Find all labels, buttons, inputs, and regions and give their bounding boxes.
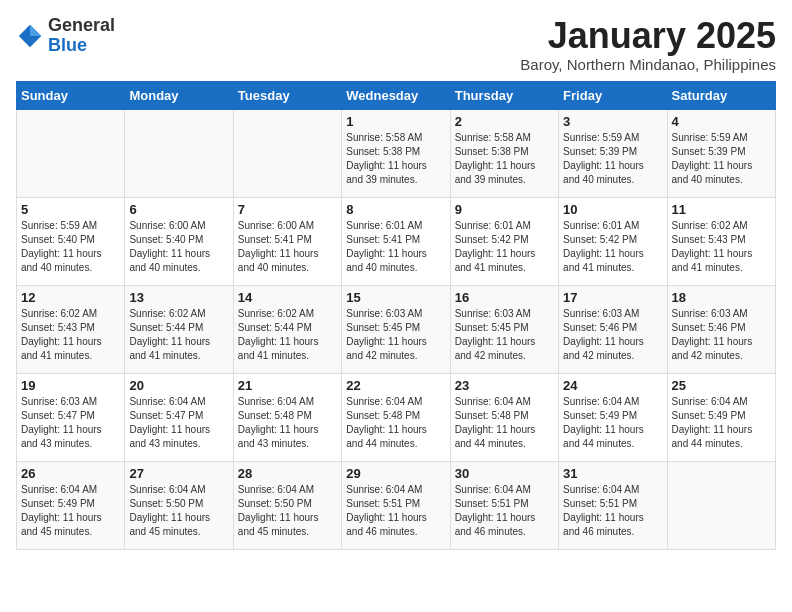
weekday-header-row: SundayMondayTuesdayWednesdayThursdayFrid…: [17, 81, 776, 109]
calendar-cell: 16Sunrise: 6:03 AM Sunset: 5:45 PM Dayli…: [450, 285, 558, 373]
day-info: Sunrise: 6:03 AM Sunset: 5:46 PM Dayligh…: [672, 307, 771, 363]
day-info: Sunrise: 5:58 AM Sunset: 5:38 PM Dayligh…: [346, 131, 445, 187]
day-number: 1: [346, 114, 445, 129]
calendar-cell: 20Sunrise: 6:04 AM Sunset: 5:47 PM Dayli…: [125, 373, 233, 461]
calendar-cell: 30Sunrise: 6:04 AM Sunset: 5:51 PM Dayli…: [450, 461, 558, 549]
calendar-cell: 14Sunrise: 6:02 AM Sunset: 5:44 PM Dayli…: [233, 285, 341, 373]
day-info: Sunrise: 6:02 AM Sunset: 5:44 PM Dayligh…: [129, 307, 228, 363]
calendar-week-row: 1Sunrise: 5:58 AM Sunset: 5:38 PM Daylig…: [17, 109, 776, 197]
day-number: 26: [21, 466, 120, 481]
calendar-cell: 2Sunrise: 5:58 AM Sunset: 5:38 PM Daylig…: [450, 109, 558, 197]
day-number: 4: [672, 114, 771, 129]
calendar-cell: 6Sunrise: 6:00 AM Sunset: 5:40 PM Daylig…: [125, 197, 233, 285]
month-title: January 2025: [520, 16, 776, 56]
calendar-cell: 29Sunrise: 6:04 AM Sunset: 5:51 PM Dayli…: [342, 461, 450, 549]
calendar-cell: 19Sunrise: 6:03 AM Sunset: 5:47 PM Dayli…: [17, 373, 125, 461]
logo-general-text: General: [48, 16, 115, 36]
day-number: 2: [455, 114, 554, 129]
day-info: Sunrise: 6:01 AM Sunset: 5:42 PM Dayligh…: [563, 219, 662, 275]
calendar-cell: 1Sunrise: 5:58 AM Sunset: 5:38 PM Daylig…: [342, 109, 450, 197]
calendar-cell: 13Sunrise: 6:02 AM Sunset: 5:44 PM Dayli…: [125, 285, 233, 373]
day-info: Sunrise: 6:03 AM Sunset: 5:46 PM Dayligh…: [563, 307, 662, 363]
day-number: 20: [129, 378, 228, 393]
day-info: Sunrise: 6:02 AM Sunset: 5:43 PM Dayligh…: [672, 219, 771, 275]
calendar-cell: [233, 109, 341, 197]
svg-marker-1: [30, 25, 41, 36]
weekday-header-monday: Monday: [125, 81, 233, 109]
day-number: 7: [238, 202, 337, 217]
day-info: Sunrise: 6:03 AM Sunset: 5:47 PM Dayligh…: [21, 395, 120, 451]
day-info: Sunrise: 6:04 AM Sunset: 5:51 PM Dayligh…: [455, 483, 554, 539]
calendar-cell: 10Sunrise: 6:01 AM Sunset: 5:42 PM Dayli…: [559, 197, 667, 285]
day-number: 17: [563, 290, 662, 305]
weekday-header-thursday: Thursday: [450, 81, 558, 109]
day-info: Sunrise: 6:04 AM Sunset: 5:49 PM Dayligh…: [672, 395, 771, 451]
calendar-cell: 23Sunrise: 6:04 AM Sunset: 5:48 PM Dayli…: [450, 373, 558, 461]
calendar-cell: 17Sunrise: 6:03 AM Sunset: 5:46 PM Dayli…: [559, 285, 667, 373]
day-info: Sunrise: 6:01 AM Sunset: 5:42 PM Dayligh…: [455, 219, 554, 275]
day-number: 25: [672, 378, 771, 393]
day-info: Sunrise: 6:03 AM Sunset: 5:45 PM Dayligh…: [346, 307, 445, 363]
calendar-cell: 28Sunrise: 6:04 AM Sunset: 5:50 PM Dayli…: [233, 461, 341, 549]
calendar-week-row: 5Sunrise: 5:59 AM Sunset: 5:40 PM Daylig…: [17, 197, 776, 285]
day-number: 22: [346, 378, 445, 393]
day-info: Sunrise: 6:04 AM Sunset: 5:49 PM Dayligh…: [563, 395, 662, 451]
day-info: Sunrise: 6:01 AM Sunset: 5:41 PM Dayligh…: [346, 219, 445, 275]
calendar-cell: 24Sunrise: 6:04 AM Sunset: 5:49 PM Dayli…: [559, 373, 667, 461]
calendar-cell: 7Sunrise: 6:00 AM Sunset: 5:41 PM Daylig…: [233, 197, 341, 285]
day-number: 6: [129, 202, 228, 217]
logo: General Blue: [16, 16, 115, 56]
day-info: Sunrise: 6:04 AM Sunset: 5:48 PM Dayligh…: [238, 395, 337, 451]
calendar-cell: 3Sunrise: 5:59 AM Sunset: 5:39 PM Daylig…: [559, 109, 667, 197]
day-info: Sunrise: 6:00 AM Sunset: 5:40 PM Dayligh…: [129, 219, 228, 275]
logo-icon: [16, 22, 44, 50]
calendar-cell: 11Sunrise: 6:02 AM Sunset: 5:43 PM Dayli…: [667, 197, 775, 285]
calendar-cell: 31Sunrise: 6:04 AM Sunset: 5:51 PM Dayli…: [559, 461, 667, 549]
day-number: 15: [346, 290, 445, 305]
calendar-cell: 5Sunrise: 5:59 AM Sunset: 5:40 PM Daylig…: [17, 197, 125, 285]
day-info: Sunrise: 6:04 AM Sunset: 5:51 PM Dayligh…: [563, 483, 662, 539]
day-number: 21: [238, 378, 337, 393]
calendar-cell: 12Sunrise: 6:02 AM Sunset: 5:43 PM Dayli…: [17, 285, 125, 373]
day-number: 8: [346, 202, 445, 217]
day-info: Sunrise: 6:04 AM Sunset: 5:48 PM Dayligh…: [346, 395, 445, 451]
day-info: Sunrise: 5:59 AM Sunset: 5:40 PM Dayligh…: [21, 219, 120, 275]
calendar-cell: 15Sunrise: 6:03 AM Sunset: 5:45 PM Dayli…: [342, 285, 450, 373]
calendar-cell: 25Sunrise: 6:04 AM Sunset: 5:49 PM Dayli…: [667, 373, 775, 461]
calendar-cell: [667, 461, 775, 549]
day-info: Sunrise: 6:04 AM Sunset: 5:48 PM Dayligh…: [455, 395, 554, 451]
day-number: 14: [238, 290, 337, 305]
day-info: Sunrise: 6:00 AM Sunset: 5:41 PM Dayligh…: [238, 219, 337, 275]
day-info: Sunrise: 5:59 AM Sunset: 5:39 PM Dayligh…: [672, 131, 771, 187]
calendar-cell: 8Sunrise: 6:01 AM Sunset: 5:41 PM Daylig…: [342, 197, 450, 285]
day-number: 23: [455, 378, 554, 393]
calendar-cell: 4Sunrise: 5:59 AM Sunset: 5:39 PM Daylig…: [667, 109, 775, 197]
calendar-table: SundayMondayTuesdayWednesdayThursdayFrid…: [16, 81, 776, 550]
weekday-header-sunday: Sunday: [17, 81, 125, 109]
day-number: 30: [455, 466, 554, 481]
day-info: Sunrise: 6:04 AM Sunset: 5:50 PM Dayligh…: [129, 483, 228, 539]
calendar-cell: 18Sunrise: 6:03 AM Sunset: 5:46 PM Dayli…: [667, 285, 775, 373]
calendar-week-row: 26Sunrise: 6:04 AM Sunset: 5:49 PM Dayli…: [17, 461, 776, 549]
day-info: Sunrise: 6:04 AM Sunset: 5:51 PM Dayligh…: [346, 483, 445, 539]
title-area: January 2025 Baroy, Northern Mindanao, P…: [520, 16, 776, 73]
day-info: Sunrise: 6:02 AM Sunset: 5:43 PM Dayligh…: [21, 307, 120, 363]
day-number: 10: [563, 202, 662, 217]
weekday-header-wednesday: Wednesday: [342, 81, 450, 109]
day-number: 3: [563, 114, 662, 129]
calendar-cell: [125, 109, 233, 197]
day-number: 12: [21, 290, 120, 305]
day-number: 27: [129, 466, 228, 481]
page-header: General Blue January 2025 Baroy, Norther…: [16, 16, 776, 73]
day-number: 9: [455, 202, 554, 217]
day-number: 5: [21, 202, 120, 217]
day-number: 11: [672, 202, 771, 217]
calendar-week-row: 19Sunrise: 6:03 AM Sunset: 5:47 PM Dayli…: [17, 373, 776, 461]
day-info: Sunrise: 6:03 AM Sunset: 5:45 PM Dayligh…: [455, 307, 554, 363]
calendar-cell: 22Sunrise: 6:04 AM Sunset: 5:48 PM Dayli…: [342, 373, 450, 461]
calendar-cell: 27Sunrise: 6:04 AM Sunset: 5:50 PM Dayli…: [125, 461, 233, 549]
day-number: 18: [672, 290, 771, 305]
weekday-header-friday: Friday: [559, 81, 667, 109]
calendar-cell: 21Sunrise: 6:04 AM Sunset: 5:48 PM Dayli…: [233, 373, 341, 461]
day-info: Sunrise: 6:02 AM Sunset: 5:44 PM Dayligh…: [238, 307, 337, 363]
